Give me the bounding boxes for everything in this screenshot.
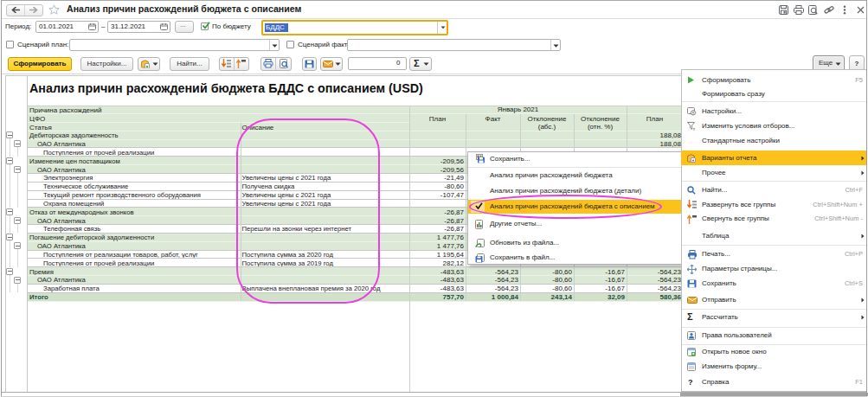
svg-text:т: т [693,126,696,131]
